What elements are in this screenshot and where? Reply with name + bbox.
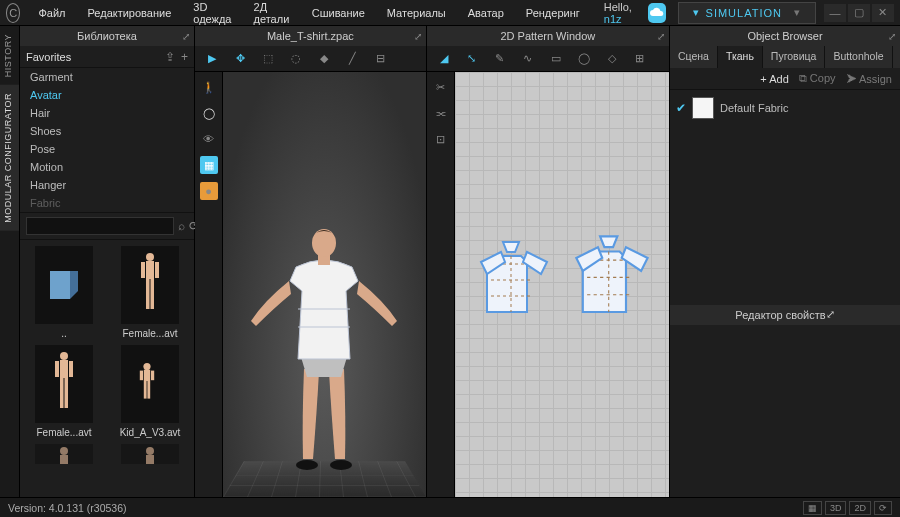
svg-point-23 bbox=[330, 460, 352, 470]
favorites-label[interactable]: Favorites bbox=[26, 51, 159, 63]
view-3d: Male_T-shirt.zpac⤢ ▶ ✥ ⬚ ◌ ◆ ╱ ⊟ 🚶 ◯ 👁 ▦… bbox=[195, 26, 427, 497]
cloud-button[interactable] bbox=[648, 3, 666, 23]
menu-avatar[interactable]: Аватар bbox=[458, 3, 514, 23]
tab-button[interactable]: Пуговица bbox=[763, 46, 826, 68]
svg-rect-13 bbox=[144, 370, 150, 381]
side-tab-history[interactable]: HISTORY bbox=[0, 26, 19, 85]
svg-rect-17 bbox=[147, 381, 150, 399]
thumb-female1[interactable]: Female...avt bbox=[112, 246, 188, 339]
app-logo: C bbox=[6, 3, 20, 23]
curve-tool[interactable]: ∿ bbox=[519, 50, 537, 68]
toolbar-3d-top: ▶ ✥ ⬚ ◌ ◆ ╱ ⊟ bbox=[195, 46, 426, 72]
category-shoes[interactable]: Shoes bbox=[20, 122, 194, 140]
thumb-up[interactable]: .. bbox=[26, 246, 102, 339]
copy-button[interactable]: ⧉ Copy bbox=[799, 72, 836, 85]
viewport-3d[interactable] bbox=[223, 72, 426, 497]
thumb-female2[interactable]: Female...avt bbox=[26, 345, 102, 438]
hello-label: Hello, n1z bbox=[604, 1, 638, 25]
cursor-tool[interactable]: ▶ bbox=[203, 50, 221, 68]
trace-icon[interactable]: ⊡ bbox=[431, 130, 449, 148]
thumb-extra1[interactable] bbox=[26, 444, 102, 464]
tab-scene[interactable]: Сцена bbox=[670, 46, 718, 68]
version-label: Version: 4.0.131 (r30536) bbox=[8, 502, 127, 514]
object-browser-tools: + Add ⧉ Copy ⮞ Assign bbox=[670, 68, 900, 90]
move-tool[interactable]: ✥ bbox=[231, 50, 249, 68]
thumb-kid[interactable]: Kid_A_V3.avt bbox=[112, 345, 188, 438]
svg-rect-4 bbox=[146, 279, 150, 309]
popout-icon[interactable]: ⤢ bbox=[826, 308, 835, 321]
walk-icon[interactable]: 🚶 bbox=[200, 78, 218, 96]
lasso-tool[interactable]: ◌ bbox=[287, 50, 305, 68]
popout-icon[interactable]: ⤢ bbox=[414, 31, 422, 42]
category-hanger[interactable]: Hanger bbox=[20, 176, 194, 194]
search-icon[interactable]: ⌕ bbox=[178, 219, 185, 233]
pattern-pieces bbox=[467, 225, 657, 345]
category-avatar[interactable]: Avatar bbox=[20, 86, 194, 104]
minimize-button[interactable]: — bbox=[824, 4, 846, 22]
circle-tool[interactable]: ◯ bbox=[575, 50, 593, 68]
svg-rect-5 bbox=[151, 279, 155, 309]
category-fabric[interactable]: Fabric bbox=[20, 194, 194, 212]
tab-buttonhole[interactable]: Buttonhole bbox=[825, 46, 892, 68]
view-icon[interactable]: 👁 bbox=[200, 130, 218, 148]
popout-icon[interactable]: ⤢ bbox=[657, 31, 665, 42]
svg-point-0 bbox=[146, 253, 154, 261]
svg-rect-1 bbox=[146, 261, 154, 279]
draw-tool[interactable]: ✎ bbox=[491, 50, 509, 68]
menu-3d-clothes[interactable]: 3D одежда bbox=[183, 0, 241, 29]
svg-point-22 bbox=[296, 460, 318, 470]
shirt-icon[interactable]: ◯ bbox=[200, 104, 218, 122]
library-panel: Библиотека ⤢ Favorites ⇪ + Garment Avata… bbox=[20, 26, 195, 497]
object-browser-title: Object Browser⤢ bbox=[670, 26, 900, 46]
tab-fabric[interactable]: Ткань bbox=[718, 46, 763, 68]
fabric-item[interactable]: ✔ Default Fabric bbox=[676, 94, 894, 122]
category-pose[interactable]: Pose bbox=[20, 140, 194, 158]
side-tab-modular[interactable]: MODULAR CONFIGURATOR bbox=[0, 85, 19, 231]
pin-tool[interactable]: ◆ bbox=[315, 50, 333, 68]
edit-tool[interactable]: ◢ bbox=[435, 50, 453, 68]
transform-tool[interactable]: ⤡ bbox=[463, 50, 481, 68]
tab-more[interactable]: Сп bbox=[893, 46, 900, 68]
category-hair[interactable]: Hair bbox=[20, 104, 194, 122]
library-search-input[interactable] bbox=[26, 217, 174, 235]
view-2d-toggle[interactable]: 2D bbox=[849, 501, 871, 515]
menu-2d-details[interactable]: 2Д детали bbox=[244, 0, 300, 29]
category-garment[interactable]: Garment bbox=[20, 68, 194, 86]
viewport-2d[interactable] bbox=[455, 72, 669, 497]
dart-tool[interactable]: ◇ bbox=[603, 50, 621, 68]
tape-tool[interactable]: ⊟ bbox=[371, 50, 389, 68]
status-bar: Version: 4.0.131 (r30536) ▦ 3D 2D ⟳ bbox=[0, 497, 900, 517]
texture-icon[interactable]: ▦ bbox=[200, 156, 218, 174]
view-3d-toggle[interactable]: 3D bbox=[825, 501, 847, 515]
grid-toggle[interactable]: ▦ bbox=[803, 501, 822, 515]
select-box-tool[interactable]: ⬚ bbox=[259, 50, 277, 68]
menu-edit[interactable]: Редактирование bbox=[77, 3, 181, 23]
menu-materials[interactable]: Материалы bbox=[377, 3, 456, 23]
link-icon[interactable]: ⫘ bbox=[431, 104, 449, 122]
toolbar-2d-left: ✂ ⫘ ⊡ bbox=[427, 72, 455, 497]
category-motion[interactable]: Motion bbox=[20, 158, 194, 176]
svg-rect-8 bbox=[55, 361, 59, 377]
svg-rect-14 bbox=[140, 371, 143, 381]
rect-tool[interactable]: ▭ bbox=[547, 50, 565, 68]
add-button[interactable]: + Add bbox=[760, 73, 788, 85]
avatar-icon[interactable]: ● bbox=[200, 182, 218, 200]
popout-icon[interactable]: ⤢ bbox=[888, 31, 896, 42]
upload-icon[interactable]: ⇪ bbox=[165, 50, 175, 64]
pin-icon[interactable]: ⤢ bbox=[182, 31, 190, 42]
menu-file[interactable]: Файл bbox=[28, 3, 75, 23]
thumb-extra2[interactable] bbox=[112, 444, 188, 464]
assign-button[interactable]: ⮞ Assign bbox=[846, 73, 892, 85]
refresh-button[interactable]: ⟳ bbox=[874, 501, 892, 515]
add-icon[interactable]: + bbox=[181, 50, 188, 64]
menu-rendering[interactable]: Рендеринг bbox=[516, 3, 590, 23]
sewing-icon[interactable]: ✂ bbox=[431, 78, 449, 96]
maximize-button[interactable]: ▢ bbox=[848, 4, 870, 22]
measure-tool[interactable]: ╱ bbox=[343, 50, 361, 68]
close-button[interactable]: ✕ bbox=[872, 4, 894, 22]
simulation-button[interactable]: ▾ SIMULATION ▾ bbox=[678, 2, 816, 24]
svg-point-18 bbox=[60, 447, 68, 455]
fabric-name: Default Fabric bbox=[720, 102, 788, 114]
internal-tool[interactable]: ⊞ bbox=[631, 50, 649, 68]
menu-sewing[interactable]: Сшивание bbox=[302, 3, 375, 23]
